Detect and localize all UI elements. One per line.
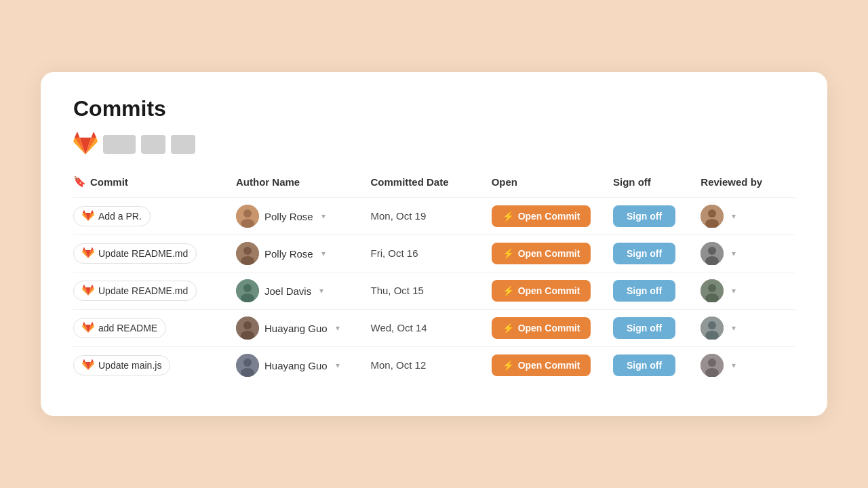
- fox-icon: [82, 359, 94, 371]
- date-cell: Mon, Oct 12: [371, 347, 492, 384]
- fox-icon: [82, 247, 94, 260]
- table-row: Update README.md Joel Davis ▾: [73, 272, 795, 310]
- reviewer-dropdown-icon[interactable]: ▾: [732, 249, 736, 258]
- author-cell: Huayang Guo ▾: [236, 310, 371, 347]
- reviewer-avatar: [701, 205, 724, 228]
- toolbar-button-1[interactable]: [103, 135, 136, 154]
- svg-point-1: [243, 209, 252, 218]
- fox-icon: [82, 210, 94, 222]
- commit-badge: Update README.md: [73, 243, 197, 264]
- open-cell: ⚡ Open Commit: [492, 347, 613, 384]
- commits-table: 🔖 Commit Author Name Committed Date Open…: [73, 176, 795, 384]
- reviewer-dropdown-icon[interactable]: ▾: [732, 286, 736, 296]
- commit-label: Add a PR.: [98, 211, 142, 222]
- reviewer-dropdown-icon[interactable]: ▾: [732, 361, 736, 370]
- toolbar-button-2[interactable]: [141, 135, 165, 154]
- avatar: [236, 242, 259, 265]
- sign-off-button[interactable]: Sign off: [613, 205, 675, 227]
- commit-label: Update README.md: [98, 248, 188, 259]
- author-dropdown-icon[interactable]: ▾: [321, 211, 326, 221]
- author-name: Polly Rose: [264, 248, 313, 260]
- sign-off-button[interactable]: Sign off: [613, 280, 675, 302]
- svg-point-25: [243, 359, 252, 367]
- avatar: [236, 279, 259, 302]
- reviewer-avatar: [701, 242, 724, 265]
- open-cell: ⚡ Open Commit: [492, 310, 613, 347]
- commit-badge: Update main.js: [73, 355, 170, 375]
- lightning-icon: ⚡: [502, 323, 514, 333]
- table-row: Update main.js Huayang Guo ▾: [73, 347, 795, 384]
- open-cell: ⚡ Open Commit: [492, 272, 613, 310]
- author-cell: Polly Rose ▾: [236, 198, 371, 235]
- lightning-icon: ⚡: [502, 211, 514, 222]
- toolbar-button-3[interactable]: [171, 135, 195, 154]
- author-dropdown-icon[interactable]: ▾: [321, 249, 326, 258]
- svg-point-13: [243, 284, 252, 292]
- open-cell: ⚡ Open Commit: [492, 198, 613, 235]
- signoff-cell: Sign off: [613, 272, 701, 310]
- signoff-cell: Sign off: [613, 310, 701, 347]
- date-cell: Mon, Oct 19: [371, 198, 492, 235]
- avatar: [236, 354, 259, 377]
- commits-card: Commits 🔖 Commit Author Na: [41, 72, 827, 416]
- commit-label: Update main.js: [98, 360, 161, 371]
- author-name: Huayang Guo: [264, 323, 328, 334]
- svg-point-7: [243, 247, 252, 255]
- signoff-cell: Sign off: [613, 235, 701, 272]
- author-dropdown-icon[interactable]: ▾: [319, 286, 323, 296]
- sign-off-button[interactable]: Sign off: [613, 317, 675, 339]
- sign-off-button[interactable]: Sign off: [613, 354, 675, 376]
- lightning-icon: ⚡: [502, 360, 514, 371]
- table-row: Add a PR. Polly Rose ▾: [73, 198, 795, 235]
- svg-point-10: [708, 247, 716, 255]
- reviewer-avatar: [701, 279, 724, 302]
- table-row: add README Huayang Guo ▾: [73, 310, 795, 347]
- reviewed-cell: ▾: [701, 347, 795, 384]
- page-title: Commits: [73, 96, 795, 121]
- reviewed-cell: ▾: [701, 235, 795, 272]
- reviewer-dropdown-icon[interactable]: ▾: [732, 211, 736, 221]
- svg-point-4: [708, 209, 716, 218]
- author-name: Polly Rose: [264, 211, 313, 222]
- commit-cell: Update README.md: [73, 235, 236, 272]
- svg-point-28: [708, 359, 716, 367]
- open-commit-button[interactable]: ⚡ Open Commit: [492, 205, 591, 227]
- open-commit-button[interactable]: ⚡ Open Commit: [492, 317, 591, 339]
- author-cell: Huayang Guo ▾: [236, 347, 371, 384]
- date-cell: Fri, Oct 16: [371, 235, 492, 272]
- author-name: Joel Davis: [264, 285, 311, 297]
- sign-off-button[interactable]: Sign off: [613, 243, 675, 264]
- col-header-open: Open: [492, 176, 613, 198]
- open-commit-button[interactable]: ⚡ Open Commit: [492, 243, 591, 264]
- commit-cell: Add a PR.: [73, 198, 236, 235]
- col-header-commit: 🔖 Commit: [73, 176, 236, 197]
- open-commit-button[interactable]: ⚡ Open Commit: [492, 354, 591, 376]
- author-dropdown-icon[interactable]: ▾: [336, 361, 340, 370]
- commit-cell: add README: [73, 310, 236, 347]
- avatar: [236, 317, 259, 340]
- svg-point-16: [708, 284, 716, 292]
- reviewer-avatar: [701, 354, 724, 377]
- fox-icon: [82, 285, 94, 297]
- reviewed-cell: ▾: [701, 272, 795, 310]
- reviewed-cell: ▾: [701, 198, 795, 235]
- signoff-cell: Sign off: [613, 347, 701, 384]
- date-cell: Thu, Oct 15: [371, 272, 492, 310]
- col-header-date: Committed Date: [371, 176, 492, 198]
- commit-label: Update README.md: [98, 285, 188, 296]
- author-dropdown-icon[interactable]: ▾: [336, 323, 340, 333]
- col-header-reviewed: Reviewed by: [701, 176, 795, 198]
- reviewer-dropdown-icon[interactable]: ▾: [732, 323, 736, 333]
- col-header-author: Author Name: [236, 176, 371, 198]
- svg-point-19: [243, 321, 252, 329]
- reviewed-cell: ▾: [701, 310, 795, 347]
- col-header-signoff: Sign off: [613, 176, 701, 198]
- author-cell: Joel Davis ▾: [236, 272, 371, 310]
- author-name: Huayang Guo: [264, 360, 328, 371]
- author-cell: Polly Rose ▾: [236, 235, 371, 272]
- open-commit-button[interactable]: ⚡ Open Commit: [492, 280, 591, 302]
- gitlab-logo-icon: [73, 132, 98, 157]
- commit-badge: Add a PR.: [73, 206, 151, 226]
- commit-cell: Update README.md: [73, 272, 236, 310]
- commit-badge: add README: [73, 318, 166, 338]
